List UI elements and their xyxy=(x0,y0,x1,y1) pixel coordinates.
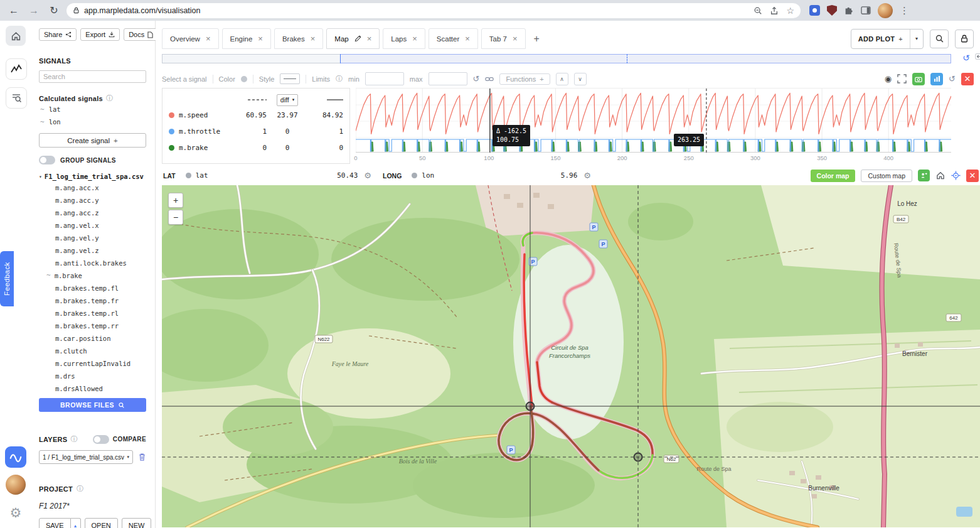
signal-item-m.drsAllowed[interactable]: m.drsAllowed xyxy=(39,382,146,395)
group-signals-toggle[interactable] xyxy=(39,156,55,164)
forward-icon[interactable]: → xyxy=(26,5,41,16)
visualisation-button[interactable] xyxy=(6,58,27,80)
time-scrubber[interactable] xyxy=(162,54,951,63)
file-tree-header[interactable]: ▾ F1_log_time_trial_spa.csv xyxy=(39,173,146,180)
tab-map[interactable]: Map× xyxy=(326,28,380,49)
delete-layer-icon[interactable] xyxy=(138,453,146,461)
tab-brakes[interactable]: Brakes× xyxy=(274,28,323,49)
browser-profile-avatar[interactable] xyxy=(878,3,893,18)
dashed-cursor-marker[interactable] xyxy=(634,453,642,461)
feedback-tab[interactable]: Feedback xyxy=(0,251,14,306)
signal-item-m.car.position[interactable]: m.car.position xyxy=(39,332,146,345)
signal-item-m.ang.vel.z[interactable]: m.ang.vel.z xyxy=(39,244,146,257)
share-icon[interactable] xyxy=(770,6,779,15)
signal-item-m.brakes.temp.rr[interactable]: m.brakes.temp.rr xyxy=(39,320,146,332)
create-signal-button[interactable]: Create signal + xyxy=(39,133,146,148)
scrubber-cursor-dashed[interactable] xyxy=(627,54,627,63)
functions-button[interactable]: Functions + xyxy=(499,73,550,85)
rename-tab-pencil-icon[interactable] xyxy=(354,35,361,42)
close-plot-button[interactable]: ✕ xyxy=(961,73,974,85)
signal-item-m.ang.vel.y[interactable]: m.ang.vel.y xyxy=(39,232,146,244)
signal-item-m.brakes.temp.fl[interactable]: m.brakes.temp.fl xyxy=(39,282,146,294)
back-icon[interactable]: ← xyxy=(6,5,21,16)
signal-item-m.clutch[interactable]: m.clutch xyxy=(39,345,146,357)
export-button[interactable]: Export xyxy=(80,28,120,41)
close-map-button[interactable]: ✕ xyxy=(966,170,979,182)
tab-tab-7[interactable]: Tab 7× xyxy=(481,28,526,49)
signal-item-m.brakes.temp.rl[interactable]: m.brakes.temp.rl xyxy=(39,307,146,320)
tab-engine[interactable]: Engine× xyxy=(222,28,271,49)
color-map-button[interactable]: Color map xyxy=(811,170,856,182)
fit-width-icon[interactable] xyxy=(975,53,980,60)
calc-signal-lat[interactable]: ~ lat xyxy=(39,103,146,116)
data-browser-button[interactable] xyxy=(6,87,27,109)
tab-close-icon[interactable]: × xyxy=(367,35,372,43)
link-axes-icon[interactable] xyxy=(485,76,494,82)
zoom-out-button[interactable]: − xyxy=(168,210,183,225)
open-button[interactable]: OPEN xyxy=(85,518,118,528)
signal-item-m.ang.vel.x[interactable]: m.ang.vel.x xyxy=(39,219,146,232)
tab-close-icon[interactable]: × xyxy=(206,35,211,43)
tab-laps[interactable]: Laps× xyxy=(383,28,425,49)
refresh-plot-icon[interactable]: ↺ xyxy=(949,74,956,84)
layer-select[interactable]: 1 / F1_log_time_trial_spa.csv ▾ xyxy=(39,450,133,464)
long-signal-name[interactable]: lon xyxy=(422,171,434,180)
lock-layout-button[interactable] xyxy=(955,30,974,48)
map-panel[interactable]: + − xyxy=(162,185,980,527)
scrubber-window[interactable] xyxy=(340,54,951,63)
record-toggle-icon[interactable]: ◉ xyxy=(885,74,892,84)
min-input[interactable] xyxy=(365,72,404,85)
chart-canvas[interactable] xyxy=(356,89,951,154)
signal-item-m.ang.acc.y[interactable]: m.ang.acc.y xyxy=(39,194,146,207)
map-canvas[interactable]: P P P P N622 N62 B42 642 xyxy=(162,185,980,527)
search-plots-button[interactable] xyxy=(930,30,949,48)
add-plot-button[interactable]: ADD PLOT + ▾ xyxy=(851,29,924,49)
solid-cursor-marker[interactable] xyxy=(526,402,535,411)
tab-close-icon[interactable]: × xyxy=(412,35,417,43)
compare-toggle[interactable] xyxy=(93,435,109,444)
add-tab-button[interactable]: + xyxy=(534,33,540,45)
lat-signal-name[interactable]: lat xyxy=(196,171,208,180)
user-avatar[interactable] xyxy=(6,475,26,495)
custom-map-button[interactable]: Custom map xyxy=(861,170,912,182)
save-button[interactable]: SAVE xyxy=(39,518,71,528)
save-options-caret[interactable]: ▴ xyxy=(71,518,81,528)
signal-item-m.ang.acc.z[interactable]: m.ang.acc.z xyxy=(39,207,146,219)
follow-car-button[interactable] xyxy=(918,170,930,181)
add-plot-caret[interactable]: ▾ xyxy=(910,30,923,48)
tab-close-icon[interactable]: × xyxy=(513,35,518,43)
docs-button[interactable]: Docs xyxy=(124,28,158,41)
lat-settings-gear-icon[interactable]: ⚙ xyxy=(364,171,371,180)
fullscreen-icon[interactable] xyxy=(897,74,907,84)
signal-item-m.ang.acc.x[interactable]: m.ang.acc.x xyxy=(39,181,146,194)
zoom-in-button[interactable]: + xyxy=(168,193,183,208)
map-home-icon[interactable] xyxy=(935,171,945,180)
legend-row-brake[interactable]: m.brake 0 0 0 xyxy=(169,139,343,156)
zoom-page-icon[interactable] xyxy=(754,6,762,15)
tab-overview[interactable]: Overview× xyxy=(162,28,219,49)
new-button[interactable]: NEW xyxy=(122,518,152,528)
chart-settings-button[interactable] xyxy=(930,73,943,85)
select-signal-dropdown[interactable]: Select a signal xyxy=(162,75,207,83)
diff-mode-select[interactable]: diff▾ xyxy=(277,94,298,106)
bookmark-star-icon[interactable]: ☆ xyxy=(786,6,794,16)
locate-icon[interactable] xyxy=(951,171,961,180)
puzzle-extensions-icon[interactable] xyxy=(844,6,854,16)
password-extension-icon[interactable] xyxy=(809,5,820,16)
calc-signal-lon[interactable]: ~ lon xyxy=(39,116,146,128)
signal-item-m.brake[interactable]: ~m.brake xyxy=(39,269,146,282)
timeseries-chart[interactable]: 050100150200250300350400 Δ -162.5 100.75… xyxy=(356,88,951,164)
line-style-selector[interactable] xyxy=(280,73,300,84)
move-plot-up-button[interactable]: ∧ xyxy=(556,73,568,85)
tab-close-icon[interactable]: × xyxy=(465,35,470,43)
signal-item-m.anti.lock.brakes[interactable]: m.anti.lock.brakes xyxy=(39,257,146,269)
reset-limits-icon[interactable]: ↺ xyxy=(473,74,480,84)
legend-row-throttle[interactable]: m.throttle 1 0 1 xyxy=(169,123,343,139)
signal-item-m.brakes.temp.fr[interactable]: m.brakes.temp.fr xyxy=(39,294,146,307)
side-panel-icon[interactable] xyxy=(861,6,871,15)
legend-row-speed[interactable]: m.speed 60.95 23.97 84.92 xyxy=(169,107,343,123)
chrome-menu-icon[interactable]: ⋮ xyxy=(900,5,909,16)
max-input[interactable] xyxy=(429,72,467,85)
tab-close-icon[interactable]: × xyxy=(258,35,263,43)
browse-files-button[interactable]: BROWSE FILES xyxy=(39,398,146,412)
